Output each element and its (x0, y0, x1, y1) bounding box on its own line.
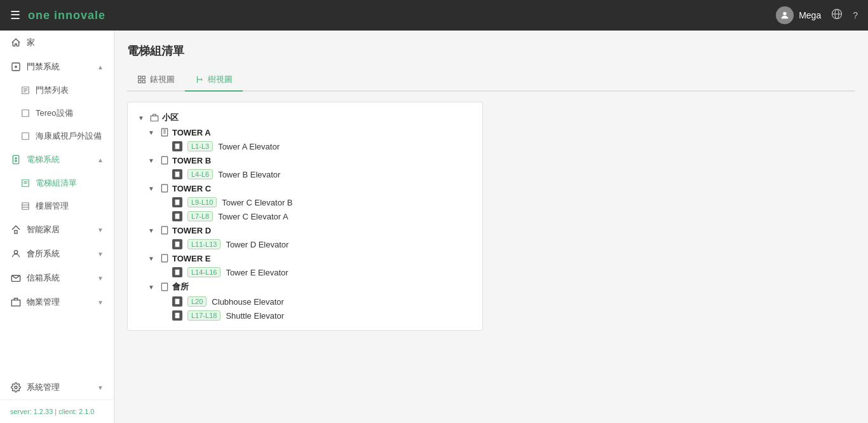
access-list-icon (20, 85, 31, 95)
svg-rect-41 (175, 214, 180, 219)
tower-e-toggle[interactable]: ▼ (148, 255, 157, 262)
tree-row-tower-b[interactable]: ▼ TOWER B (148, 153, 472, 167)
sidebar-elevator-group-label: 電梯組清單 (36, 177, 77, 189)
tee-name: Tower E Elevator (226, 268, 288, 277)
elevator-item-icon-cb (172, 197, 182, 207)
smart-home-chevron: ▼ (97, 226, 104, 233)
tower-a-children: L1-L3 Tower A Elevator (148, 139, 472, 153)
sidebar-system-mgmt-label: 系統管理 (27, 382, 60, 393)
tree-node-root: ▼ 小区 ▼ TOWER A (138, 110, 472, 322)
svg-rect-16 (22, 203, 29, 210)
sidebar-item-hikvision[interactable]: 海康威視戶外設備 (0, 125, 114, 148)
sidebar-item-smart-home[interactable]: 智能家居 ▼ (0, 218, 114, 242)
svg-point-0 (783, 12, 787, 15)
property-icon (10, 296, 22, 308)
tree-node-tower-a: ▼ TOWER A L1 (148, 125, 472, 153)
tae-name: Tower A Elevator (218, 142, 280, 151)
tower-e-icon (159, 253, 170, 263)
elevator-item-icon-d (172, 239, 182, 249)
tab-card-view[interactable]: 錶視圖 (127, 69, 185, 92)
svg-rect-36 (175, 144, 180, 149)
topbar-left: ☰ one innovale (10, 8, 105, 22)
sidebar-floor-mgmt-label: 樓層管理 (36, 200, 69, 212)
sidebar-item-home[interactable]: 家 (0, 31, 114, 55)
tereo-icon (20, 108, 31, 118)
tree-row-clubhouse[interactable]: ▼ 會所 (148, 279, 472, 295)
tower-c-toggle[interactable]: ▼ (148, 185, 157, 192)
tree-node-clubhouse: ▼ 會所 L20 (148, 279, 472, 322)
elevator-row-tcea[interactable]: L7-L8 Tower C Elevator A (158, 209, 472, 223)
elevator-row-tbe[interactable]: L4-L6 Tower B Elevator (158, 167, 472, 181)
tab-tree-view[interactable]: 樹視圖 (185, 69, 243, 92)
tde-name: Tower D Elevator (226, 240, 288, 249)
elevator-row-tee[interactable]: L14-L16 Tower E Elevator (158, 265, 472, 279)
tree-row-tower-a[interactable]: ▼ TOWER A (148, 125, 472, 139)
tree-row-tower-d[interactable]: ▼ TOWER D (148, 223, 472, 237)
elevator-row-ste[interactable]: L17-L18 Shuttle Elevator (158, 309, 472, 322)
sidebar-item-tereo[interactable]: Tereo設備 (0, 102, 114, 125)
elevator-row-tde[interactable]: L11-L13 Tower D Elevator (158, 237, 472, 251)
svg-rect-26 (139, 80, 141, 83)
tree-row-tower-e[interactable]: ▼ TOWER E (148, 251, 472, 265)
sidebar-smart-home-label: 智能家居 (27, 224, 60, 235)
svg-rect-39 (161, 184, 167, 192)
smart-home-icon (10, 224, 22, 235)
tower-b-toggle[interactable]: ▼ (148, 157, 157, 164)
svg-rect-24 (139, 76, 141, 79)
sidebar-item-floor-mgmt[interactable]: 樓層管理 (0, 195, 114, 218)
sidebar-item-access-list[interactable]: 門禁列表 (0, 79, 114, 102)
elevator-item-icon-b (172, 169, 182, 179)
tree-node-tower-c: ▼ TOWER C L9 (148, 181, 472, 223)
elevator-item-icon-e (172, 267, 182, 277)
clubhouse-toggle[interactable]: ▼ (148, 284, 157, 291)
svg-rect-19 (15, 230, 17, 233)
elevator-system-icon (10, 154, 22, 165)
hikvision-icon (20, 131, 31, 141)
tcea-floor-badge: L7-L8 (187, 211, 213, 221)
mailbox-icon (10, 272, 22, 284)
tree-node-tower-e: ▼ TOWER E L1 (148, 251, 472, 279)
sidebar: 家 門禁系統 ▲ 門禁列表 Tereo設備 海康威視戶外設備 (0, 31, 114, 423)
sidebar-item-elevator[interactable]: 電梯系統 ▲ (0, 148, 114, 172)
tree-row-tower-c[interactable]: ▼ TOWER C (148, 181, 472, 195)
tower-b-children: L4-L6 Tower B Elevator (148, 167, 472, 181)
elevator-item-icon (172, 141, 182, 151)
tde-floor-badge: L11-L13 (187, 239, 220, 249)
tree-row-root[interactable]: ▼ 小区 (138, 110, 472, 125)
main-content: 電梯組清單 錶視圖 樹視圖 ▼ 小区 (114, 31, 868, 423)
sidebar-item-access-label: 門禁系統 (27, 61, 60, 73)
sidebar-item-property[interactable]: 物業管理 ▼ (0, 290, 114, 314)
cle-name: Clubhouse Elevator (212, 297, 283, 307)
menu-icon[interactable]: ☰ (10, 8, 20, 22)
tree-panel: ▼ 小区 ▼ TOWER A (127, 102, 483, 331)
tabs-bar: 錶視圖 樹視圖 (127, 69, 855, 92)
svg-rect-45 (175, 270, 180, 275)
mailbox-chevron: ▼ (97, 275, 104, 282)
help-icon[interactable]: ? (853, 10, 858, 20)
elevator-row-tae[interactable]: L1-L3 Tower A Elevator (158, 139, 472, 153)
elevator-item-icon-ca (172, 211, 182, 221)
tower-a-toggle[interactable]: ▼ (148, 129, 157, 136)
ste-name: Shuttle Elevator (226, 311, 284, 321)
elevator-row-cle[interactable]: L20 Clubhouse Elevator (158, 295, 472, 309)
sidebar-item-mailbox[interactable]: 信箱系統 ▼ (0, 266, 114, 290)
tower-c-label: TOWER C (172, 184, 211, 193)
svg-rect-9 (22, 110, 29, 117)
layout: 家 門禁系統 ▲ 門禁列表 Tereo設備 海康威視戶外設備 (0, 31, 868, 423)
elevator-row-tceb[interactable]: L9-L10 Tower C Elevator B (158, 195, 472, 209)
sidebar-item-elevator-group[interactable]: 電梯組清單 (0, 172, 114, 195)
sidebar-hikvision-label: 海康威視戶外設備 (36, 130, 102, 142)
sidebar-item-clubhouse[interactable]: 會所系統 ▼ (0, 242, 114, 266)
svg-rect-22 (11, 300, 20, 306)
globe-icon[interactable] (831, 8, 843, 22)
root-toggle[interactable]: ▼ (138, 114, 147, 121)
sidebar-item-access-control[interactable]: 門禁系統 ▲ (0, 55, 114, 79)
svg-rect-40 (175, 200, 180, 205)
tab-tree-view-label: 樹視圖 (208, 74, 233, 85)
tower-d-toggle[interactable]: ▼ (148, 227, 157, 234)
sidebar-item-system-mgmt[interactable]: 系統管理 ▼ (0, 375, 114, 399)
tower-a-icon (159, 127, 170, 137)
tower-d-icon (159, 225, 170, 235)
root-icon (149, 113, 159, 123)
grid-icon (137, 75, 146, 84)
